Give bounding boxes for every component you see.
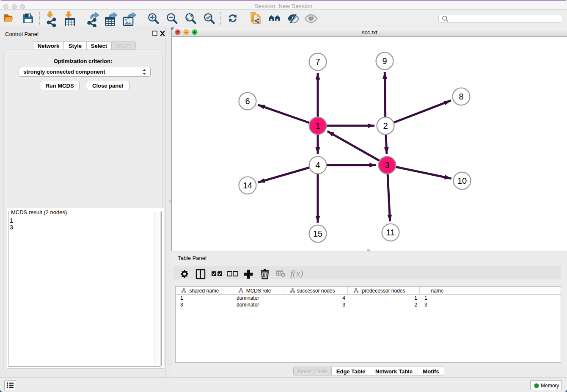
svg-text:11: 11 (386, 228, 395, 237)
svg-text:8: 8 (459, 92, 463, 101)
svg-text:1: 1 (315, 121, 320, 130)
svg-text:f(x): f(x) (290, 268, 303, 279)
svg-text:3: 3 (385, 160, 389, 170)
svg-text:2: 2 (383, 121, 388, 130)
svg-text:10: 10 (457, 176, 467, 185)
svg-text:4: 4 (315, 160, 320, 170)
svg-text:14: 14 (243, 181, 252, 190)
svg-text:7: 7 (315, 57, 320, 66)
svg-text:6: 6 (245, 97, 250, 106)
svg-text:9: 9 (382, 56, 387, 66)
svg-text:15: 15 (313, 229, 322, 238)
